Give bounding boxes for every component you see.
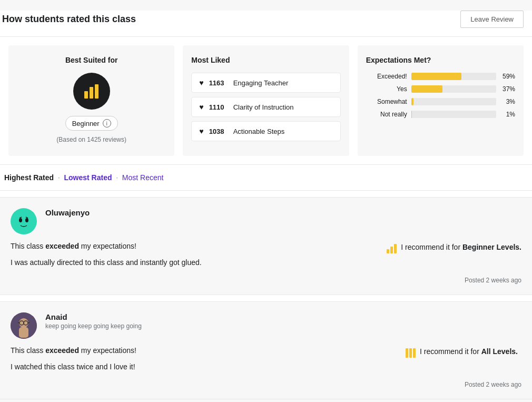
- svg-point-4: [19, 218, 22, 222]
- exp-bar-container: [411, 111, 496, 118]
- exp-bar: [411, 98, 414, 105]
- svg-rect-10: [19, 327, 28, 338]
- tab-highest-rated[interactable]: Highest Rated: [4, 173, 54, 182]
- svg-point-3: [14, 212, 33, 231]
- liked-count: 1038: [209, 128, 228, 135]
- bar-1: [387, 249, 389, 253]
- liked-label: Actionable Steps: [233, 128, 285, 135]
- exp-rows-container: Exceeded! 59% Yes 37% Somewhat 3% Not re…: [366, 73, 515, 118]
- bar-2: [390, 247, 393, 253]
- bar-3: [394, 244, 397, 253]
- filter-row: Highest Rated · Lowest Rated · Most Rece…: [0, 164, 532, 191]
- exp-label: Yes: [366, 85, 407, 93]
- reviewer-info: Oluwajenyo: [45, 208, 521, 218]
- review-right: I recommend it for Beginner Levels.: [387, 241, 521, 268]
- filter-sep-1: ·: [58, 174, 60, 181]
- review-body: This class exceeded my expectations! I w…: [11, 345, 521, 372]
- review-header: Oluwajenyo: [11, 208, 521, 234]
- svg-rect-0: [84, 91, 88, 99]
- exp-row: Not really 1%: [366, 111, 515, 118]
- review-footer: Posted 2 weeks ago: [11, 381, 521, 388]
- exp-row: Exceeded! 59%: [366, 73, 515, 80]
- liked-item: ♥ 1110 Clarity of Instruction: [191, 97, 340, 117]
- tab-most-recent[interactable]: Most Recent: [122, 173, 164, 182]
- filter-sep-2: ·: [116, 174, 117, 181]
- heart-icon: ♥: [199, 79, 203, 87]
- recommend-text: I recommend it for All Levels.: [420, 347, 518, 356]
- bar-3: [413, 348, 416, 358]
- exp-row: Somewhat 3%: [366, 98, 515, 105]
- reviewer-name: Anaid: [45, 312, 521, 321]
- exp-pct: 37%: [500, 85, 515, 93]
- exp-pct: 3%: [500, 98, 515, 105]
- tab-lowest-rated[interactable]: Lowest Rated: [64, 173, 112, 182]
- heart-icon: ♥: [199, 103, 203, 111]
- review-2: Anaid keep going keep going keep going T…: [0, 301, 532, 399]
- suited-badge: Beginner i: [65, 116, 118, 131]
- exp-bar: [411, 73, 461, 80]
- liked-count: 1110: [209, 103, 228, 111]
- review-footer: Posted 2 weeks ago: [11, 277, 521, 284]
- suited-card-title: Best Suited for: [17, 56, 166, 64]
- liked-item: ♥ 1038 Actionable Steps: [191, 121, 340, 141]
- beginner-label: Beginner: [72, 120, 100, 128]
- liked-items-container: ♥ 1163 Engaging Teacher ♥ 1110 Clarity o…: [191, 73, 340, 141]
- avatar: [11, 208, 37, 234]
- suited-based: (Based on 1425 reviews): [17, 136, 166, 143]
- exp-bar-container: [411, 73, 496, 80]
- exp-label: Exceeded!: [366, 73, 407, 80]
- most-liked-card: Most Liked ♥ 1163 Engaging Teacher ♥ 111…: [183, 45, 349, 156]
- leave-review-button[interactable]: Leave Review: [460, 11, 524, 28]
- review-desc: I watched this class twice and I love it…: [11, 361, 395, 372]
- bar-2: [409, 348, 412, 358]
- svg-line-15: [28, 322, 29, 323]
- exp-label: Somewhat: [366, 98, 407, 105]
- svg-rect-2: [95, 84, 98, 99]
- review-left: This class exceeded my expectations! I w…: [11, 241, 376, 268]
- review-text: This class exceeded my expectations!: [11, 241, 376, 252]
- expectations-card: Expectations Met? Exceeded! 59% Yes 37% …: [358, 45, 524, 156]
- liked-label: Engaging Teacher: [233, 79, 289, 87]
- cards-row: Best Suited for Beginner i (Based on 142…: [0, 37, 532, 164]
- reviews-container: Oluwajenyo This class exceeded my expect…: [0, 197, 532, 399]
- review-text: This class exceeded my expectations!: [11, 345, 395, 356]
- liked-count: 1163: [209, 79, 228, 87]
- liked-item: ♥ 1163 Engaging Teacher: [191, 73, 340, 93]
- review-1: Oluwajenyo This class exceeded my expect…: [0, 197, 532, 295]
- page-title: How students rated this class: [2, 14, 136, 25]
- exp-pct: 1%: [500, 111, 515, 118]
- suited-icon: [73, 73, 110, 110]
- best-suited-card: Best Suited for Beginner i (Based on 142…: [8, 45, 174, 156]
- recommend-text: I recommend it for Beginner Levels.: [401, 243, 521, 251]
- exp-row: Yes 37%: [366, 85, 515, 93]
- bar-chart-icon: [387, 243, 397, 253]
- review-header: Anaid keep going keep going keep going: [11, 312, 521, 339]
- svg-line-14: [18, 322, 19, 323]
- reviewer-sub: keep going keep going keep going: [45, 322, 521, 330]
- review-right: I recommend it for All Levels.: [406, 345, 521, 372]
- review-body: This class exceeded my expectations! I w…: [11, 241, 521, 268]
- heart-icon: ♥: [199, 127, 203, 135]
- svg-rect-1: [90, 87, 93, 99]
- exp-bar-container: [411, 85, 496, 93]
- review-desc: I was actually directed to this class an…: [11, 257, 376, 268]
- exp-bar: [411, 85, 443, 93]
- exp-label: Not really: [366, 111, 407, 118]
- bar-chart-icon-all: [406, 347, 416, 358]
- expectations-title: Expectations Met?: [366, 56, 515, 64]
- liked-card-title: Most Liked: [191, 56, 340, 64]
- bar-1: [406, 348, 408, 358]
- reviewer-info: Anaid keep going keep going keep going: [45, 312, 521, 330]
- exp-pct: 59%: [500, 73, 515, 80]
- reviewer-name: Oluwajenyo: [45, 208, 521, 217]
- liked-label: Clarity of Instruction: [233, 103, 294, 111]
- exp-bar-container: [411, 98, 496, 105]
- exp-bar: [411, 111, 412, 118]
- avatar: [11, 312, 37, 339]
- svg-point-5: [25, 218, 28, 222]
- info-icon: i: [103, 119, 111, 128]
- review-left: This class exceeded my expectations! I w…: [11, 345, 395, 372]
